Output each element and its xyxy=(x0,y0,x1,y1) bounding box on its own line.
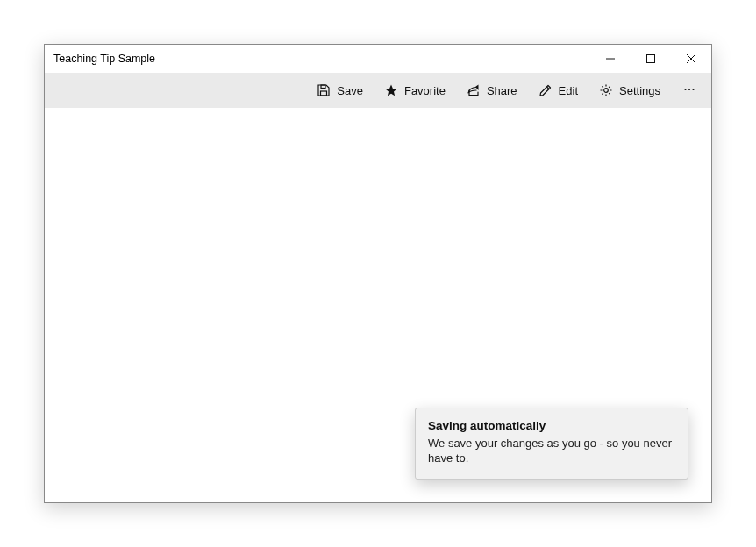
more-icon xyxy=(682,82,696,99)
minimize-icon xyxy=(606,54,615,63)
favorite-button[interactable]: Favorite xyxy=(375,78,454,103)
star-icon xyxy=(384,83,398,97)
edit-icon xyxy=(538,83,553,97)
command-bar: Save Favorite Share xyxy=(45,73,711,108)
app-window: Teaching Tip Sample xyxy=(44,44,712,503)
tip-title: Saving automatically xyxy=(428,419,675,432)
gear-icon xyxy=(599,83,613,97)
svg-rect-4 xyxy=(321,91,327,96)
save-icon xyxy=(317,83,331,97)
edit-button[interactable]: Edit xyxy=(530,78,587,103)
minimize-button[interactable] xyxy=(590,45,631,73)
save-label: Save xyxy=(337,84,363,97)
svg-point-8 xyxy=(684,88,686,89)
svg-rect-5 xyxy=(321,85,325,89)
svg-point-7 xyxy=(604,89,609,93)
maximize-button[interactable] xyxy=(631,45,671,73)
share-button[interactable]: Share xyxy=(458,78,526,103)
svg-line-6 xyxy=(546,87,549,89)
titlebar: Teaching Tip Sample xyxy=(45,45,711,73)
close-icon xyxy=(687,54,695,63)
svg-rect-1 xyxy=(647,55,655,63)
window-controls xyxy=(590,45,711,73)
tip-body: We save your changes as you go - so you … xyxy=(428,436,675,466)
settings-label: Settings xyxy=(619,84,660,97)
maximize-icon xyxy=(646,54,655,63)
edit-label: Edit xyxy=(559,84,578,97)
svg-point-9 xyxy=(688,88,690,89)
more-button[interactable] xyxy=(673,77,706,104)
teaching-tip: Saving automatically We save your change… xyxy=(415,408,688,480)
share-icon xyxy=(467,83,481,97)
content-area: Saving automatically We save your change… xyxy=(45,108,711,502)
window-title: Teaching Tip Sample xyxy=(53,53,155,65)
favorite-label: Favorite xyxy=(404,84,446,97)
share-label: Share xyxy=(487,84,517,97)
svg-point-10 xyxy=(692,88,694,89)
close-button[interactable] xyxy=(671,45,711,73)
save-button[interactable]: Save xyxy=(308,78,372,103)
settings-button[interactable]: Settings xyxy=(590,78,669,103)
